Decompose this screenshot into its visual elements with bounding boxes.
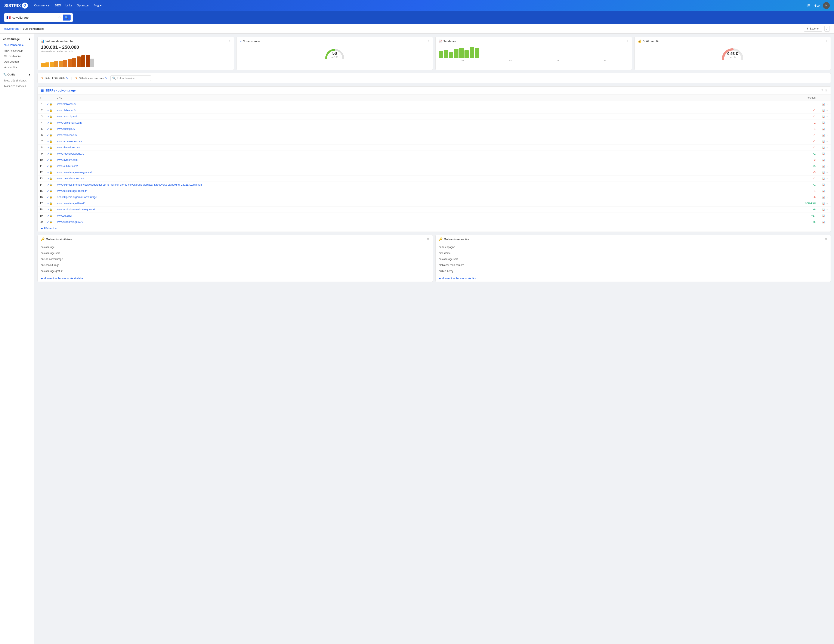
keyword-item-associe[interactable]: ciné dôme [436, 250, 831, 256]
chart-icon[interactable]: 📊 [822, 202, 825, 205]
arrow-right-icon[interactable]: → [826, 103, 828, 106]
keyword-item-associe[interactable]: blablacar mon compte [436, 262, 831, 268]
sidebar-item-mots-cles-similaires[interactable]: Mots-clés similaires [0, 78, 34, 83]
row-url-cell[interactable]: www.coivoiturageauvergne.net/ [55, 169, 796, 176]
arrow-right-icon[interactable]: → [826, 115, 828, 118]
row-url-cell[interactable]: www.laroueverte.com/ [55, 138, 796, 145]
row-url-cell[interactable]: www.coivoiturage-travail.fr/ [55, 188, 796, 194]
chart-icon[interactable]: 📊 [822, 128, 825, 131]
avatar[interactable]: N [823, 2, 830, 9]
chart-icon[interactable]: 📊 [822, 134, 825, 137]
external-link-icon[interactable]: ↗ [47, 184, 49, 186]
arrow-right-icon[interactable]: → [826, 208, 828, 211]
sidebar-item-vue-densemble[interactable]: Vue d'ensemble [0, 42, 34, 48]
row-url[interactable]: www.trajetalacarte.com/ [57, 177, 84, 180]
arrow-right-icon[interactable]: → [826, 221, 828, 223]
chart-icon[interactable]: 📊 [822, 140, 825, 143]
chart-icon[interactable]: 📊 [822, 190, 825, 192]
row-url[interactable]: www.blablacar.fr/ [57, 109, 76, 112]
arrow-right-icon[interactable]: → [826, 140, 828, 143]
row-url[interactable]: www.idvroom.com/ [57, 158, 78, 161]
arrow-right-icon[interactable]: → [826, 146, 828, 149]
keyword-item-associe[interactable]: coivoiturage sncf [436, 256, 831, 262]
chart-icon[interactable]: 📊 [822, 208, 825, 211]
external-link-icon[interactable]: ↗ [47, 165, 49, 168]
chart-icon[interactable]: 📊 [822, 221, 825, 223]
arrow-right-icon[interactable]: → [826, 184, 828, 186]
search-input[interactable] [12, 16, 57, 19]
show-all-button[interactable]: ▶ Afficher tout [38, 225, 831, 232]
arrow-right-icon[interactable]: → [826, 121, 828, 124]
breadcrumb-link[interactable]: coivoiturage [4, 27, 19, 31]
arrow-right-icon[interactable]: → [826, 196, 828, 199]
card-associes-settings[interactable]: ⚙ [824, 237, 828, 241]
external-link-icon[interactable]: ↗ [47, 103, 49, 106]
chart-icon[interactable]: 📊 [822, 152, 825, 155]
row-url[interactable]: www.freecoivoiturage.fr/ [57, 152, 84, 155]
row-url-cell[interactable]: www.trajetalacarte.com/ [55, 176, 796, 182]
row-url[interactable]: www.coivoiturageauvergne.net/ [57, 171, 92, 174]
row-url-cell[interactable]: www.oui.sncf/ [55, 213, 796, 219]
row-url[interactable]: www.coivoiturage-travail.fr/ [57, 189, 87, 192]
arrow-right-icon[interactable]: → [826, 109, 828, 112]
row-url[interactable]: www.economie.gouv.fr/ [57, 220, 83, 223]
chart-icon[interactable]: 📊 [822, 165, 825, 168]
sidebar-main-header[interactable]: coivoiturage ▲ [0, 36, 34, 42]
sidebar-item-ads-desktop[interactable]: Ads Desktop [0, 59, 34, 65]
external-link-icon[interactable]: ↗ [47, 171, 49, 174]
external-link-icon[interactable]: ↗ [47, 128, 49, 131]
export-button[interactable]: ⬇ Exporter [804, 26, 822, 32]
keyword-item-associe[interactable]: ouibus bercy [436, 268, 831, 274]
external-link-icon[interactable]: ↗ [47, 159, 49, 161]
nav-optimizer[interactable]: Optimizer [76, 3, 89, 8]
sidebar-item-serps-mobile[interactable]: SERPs Mobile [0, 53, 34, 59]
concurrence-help-icon[interactable]: ? [428, 40, 429, 43]
keyword-item-similaire[interactable]: coivoiturage gratuit [38, 268, 433, 274]
row-url-cell[interactable]: www.coivoiturage76.net/ [55, 200, 796, 207]
chart-icon[interactable]: 📊 [822, 146, 825, 149]
chart-icon[interactable]: 📊 [822, 184, 825, 186]
external-link-icon[interactable]: ↗ [47, 109, 49, 112]
search-button[interactable]: 🔍 [63, 15, 71, 21]
arrow-right-icon[interactable]: → [826, 159, 828, 161]
chart-icon[interactable]: 📊 [822, 196, 825, 199]
arrow-right-icon[interactable]: → [826, 134, 828, 137]
chart-icon[interactable]: 📊 [822, 115, 825, 118]
chart-icon[interactable]: 📊 [822, 177, 825, 180]
row-url-cell[interactable]: www.ecologique-solidaire.gouv.fr/ [55, 207, 796, 213]
row-url-cell[interactable]: fr.m.wikipedia.org/wiki/Coivoiturage [55, 194, 796, 200]
sidebar-item-mots-cles-associes[interactable]: Mots-clés associés [0, 83, 34, 89]
row-url[interactable]: fr.m.wikipedia.org/wiki/Coivoiturage [57, 195, 97, 199]
row-url-cell[interactable]: www.tictactrip.eu/ [55, 113, 796, 120]
chart-icon[interactable]: 📊 [822, 109, 825, 112]
external-link-icon[interactable]: ↗ [47, 190, 49, 192]
filter-date-edit[interactable]: ✎ [66, 77, 68, 79]
row-url-cell[interactable]: www.mobicoop.fr/ [55, 132, 796, 138]
serps-settings-button[interactable]: ⚙ [824, 89, 828, 92]
row-url[interactable]: www.kelbillet.com/ [57, 165, 78, 168]
keyword-item-similaire[interactable]: coivoiturage sncf [38, 250, 433, 256]
serps-help-button[interactable]: ? [821, 89, 823, 92]
row-url-cell[interactable]: www.kelbillet.com/ [55, 163, 796, 169]
external-link-icon[interactable]: ↗ [47, 196, 49, 199]
external-link-icon[interactable]: ↗ [47, 208, 49, 211]
show-more-associes[interactable]: ▶ Montrer tout les mots-clés liés [436, 275, 831, 282]
row-url[interactable]: www.coivoiturage76.net/ [57, 202, 84, 205]
share-button[interactable]: ⤴ [824, 26, 830, 32]
arrow-right-icon[interactable]: → [826, 190, 828, 192]
nav-plus[interactable]: Plus ▾ [94, 3, 102, 8]
row-url-cell[interactable]: www.economie.gouv.fr/ [55, 219, 796, 225]
card-similaires-settings[interactable]: ⚙ [427, 237, 429, 241]
row-url-cell[interactable]: www.lexpress.fr/tendances/voyage/quel-es… [55, 182, 796, 188]
external-link-icon[interactable]: ↗ [47, 115, 49, 118]
external-link-icon[interactable]: ↗ [47, 202, 49, 205]
arrow-right-icon[interactable]: → [826, 202, 828, 205]
external-link-icon[interactable]: ↗ [47, 177, 49, 180]
chart-icon[interactable]: 📊 [822, 215, 825, 217]
tendance-help-icon[interactable]: ? [627, 40, 629, 43]
filter-search-input[interactable] [117, 77, 149, 80]
row-url-cell[interactable]: www.idvroom.com/ [55, 157, 796, 163]
external-link-icon[interactable]: ↗ [47, 215, 49, 217]
row-url[interactable]: www.ecologique-solidaire.gouv.fr/ [57, 208, 95, 211]
external-link-icon[interactable]: ↗ [47, 121, 49, 124]
